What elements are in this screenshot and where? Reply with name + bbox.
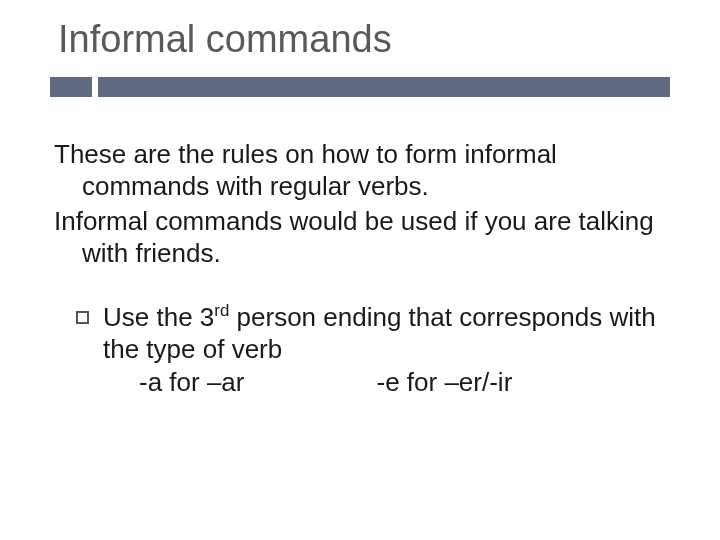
divider-accent [50, 77, 92, 97]
paragraph-spacer [54, 274, 670, 302]
bullet-item: Use the 3rd person ending that correspon… [54, 302, 670, 399]
bullet-text: Use the 3rd person ending that correspon… [103, 302, 670, 399]
title-divider [50, 77, 670, 97]
slide: Informal commands These are the rules on… [0, 0, 720, 540]
bullet-text-pre: Use the 3 [103, 302, 214, 332]
example-b: -e for –er/-ir [377, 367, 513, 397]
square-bullet-icon [76, 311, 89, 324]
example-a: -a for –ar [139, 367, 245, 397]
intro-paragraph-1: These are the rules on how to form infor… [54, 139, 670, 202]
slide-body: These are the rules on how to form infor… [50, 139, 670, 399]
slide-title: Informal commands [58, 18, 670, 61]
ordinal-suffix: rd [214, 301, 229, 320]
divider-main [98, 77, 670, 97]
intro-paragraph-2: Informal commands would be used if you a… [54, 206, 670, 269]
bullet-examples: -a for –ar-e for –er/-ir [103, 367, 670, 399]
